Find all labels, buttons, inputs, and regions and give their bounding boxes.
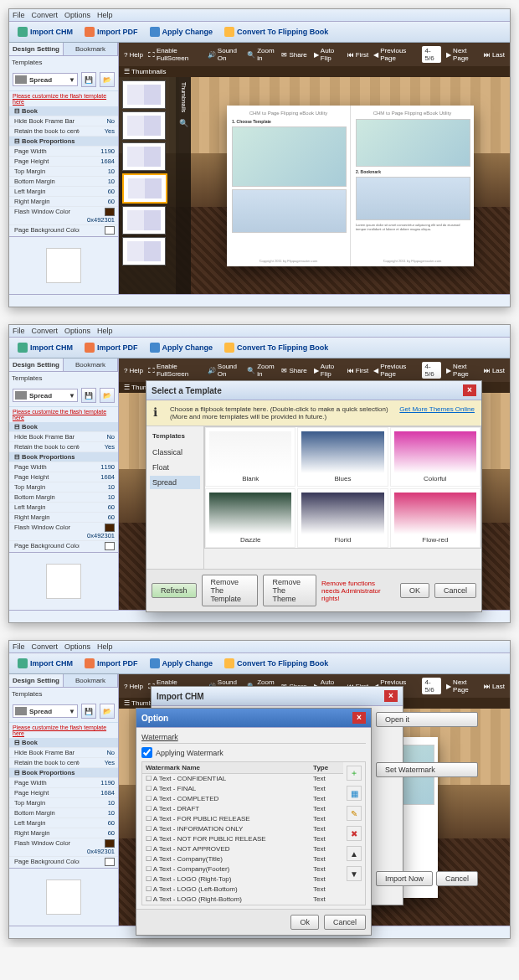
thumbnail-5[interactable] xyxy=(122,206,166,235)
import-now-button[interactable]: Import Now xyxy=(376,871,433,886)
category-classical[interactable]: Classical xyxy=(150,446,200,459)
close-icon[interactable]: × xyxy=(463,384,476,396)
thumbnail-1[interactable] xyxy=(122,80,166,109)
property-row[interactable]: Right Margin60 xyxy=(9,513,118,523)
watermark-row[interactable]: A Text - NOT APPROVEDText xyxy=(142,844,343,854)
property-row[interactable]: ⊟ Book Proportions xyxy=(9,137,118,147)
tab-design-setting[interactable]: Design Setting xyxy=(9,43,64,55)
property-row[interactable]: Bottom Margin10 xyxy=(9,177,118,187)
customize-link[interactable]: Please customize the flash template here xyxy=(9,91,118,106)
watermark-row[interactable]: A Text - LOGO (Right-Bottom)Text xyxy=(142,895,343,905)
template-cell-blues[interactable]: Blues xyxy=(297,427,388,487)
menu-file[interactable]: File xyxy=(13,11,25,19)
property-row[interactable]: ⊟ Book Proportions xyxy=(9,768,118,778)
property-row[interactable]: Hide Book Frame BarNo xyxy=(9,116,118,126)
cancel-button[interactable]: Cancel xyxy=(434,583,476,598)
property-row[interactable]: Page Background Color 0xFFFFFF xyxy=(9,225,118,236)
property-row[interactable]: Retain the book to centerYes xyxy=(9,442,118,452)
category-float[interactable]: Float xyxy=(150,461,200,474)
import-pdf-button[interactable]: Import PDF xyxy=(81,341,141,354)
next-page-button[interactable]: ▶ Next Page xyxy=(446,47,479,62)
share-button[interactable]: ✉ Share xyxy=(281,47,306,62)
get-more-themes-link[interactable]: Get More Themes Online xyxy=(399,405,475,420)
apply-change-button[interactable]: Apply Change xyxy=(146,25,217,39)
property-row[interactable]: Left Margin60 xyxy=(9,503,118,513)
save-template-button[interactable]: 💾 xyxy=(81,72,96,87)
property-row[interactable]: Page Background Color 0xFFFFFF xyxy=(9,857,118,868)
property-row[interactable]: Retain the book to centerYes xyxy=(9,758,118,768)
thumbnail-6[interactable] xyxy=(122,237,166,266)
last-page-button[interactable]: ⏭ Last xyxy=(484,51,505,59)
sound-button[interactable]: 🔊 Sound On xyxy=(208,47,242,62)
search-icon[interactable]: 🔍 xyxy=(179,119,188,127)
thumbnail-4[interactable] xyxy=(122,173,167,204)
convert-button[interactable]: Convert To Flipping Book xyxy=(221,341,331,354)
property-row[interactable]: Hide Book Frame BarNo xyxy=(9,748,118,758)
page-indicator[interactable]: 4-5/6 xyxy=(422,46,442,63)
property-row[interactable]: ⊟ Book xyxy=(9,106,118,116)
refresh-button[interactable]: Refresh xyxy=(152,583,197,598)
watermark-row[interactable]: A Text - Company(Title)Text xyxy=(142,854,343,864)
apply-change-button[interactable]: Apply Change xyxy=(146,341,217,354)
property-row[interactable]: Flash Window Color 0x492301 xyxy=(9,523,118,541)
property-row[interactable]: Page Width1190 xyxy=(9,462,118,472)
applying-watermark-checkbox[interactable]: Applying Watermark xyxy=(141,747,366,758)
open-template-button[interactable]: 📂 xyxy=(100,72,115,87)
watermark-tab[interactable]: Watermark xyxy=(141,733,178,741)
import-chm-button[interactable]: Import CHM xyxy=(14,341,76,354)
thumbnail-2[interactable] xyxy=(122,111,166,140)
property-row[interactable]: Left Margin60 xyxy=(9,818,118,828)
add-icon[interactable]: ＋ xyxy=(347,766,362,781)
watermark-row[interactable]: A Text - COMPLETEDText xyxy=(142,794,343,804)
property-tree[interactable]: ⊟ BookHide Book Frame BarNoRetain the bo… xyxy=(9,106,118,236)
property-row[interactable]: Page Background Color 0xFFFFFF xyxy=(9,541,118,552)
property-row[interactable]: Left Margin60 xyxy=(9,187,118,197)
first-page-button[interactable]: ⏮ First xyxy=(347,51,369,59)
thumbnail-3[interactable] xyxy=(122,142,166,171)
import-pdf-button[interactable]: Import PDF xyxy=(81,25,141,39)
close-icon[interactable]: × xyxy=(352,712,366,724)
cancel-button[interactable]: Cancel xyxy=(324,915,366,930)
property-row[interactable]: Page Height1684 xyxy=(9,788,118,798)
property-row[interactable]: Top Margin10 xyxy=(9,482,118,493)
property-row[interactable]: Page Height1684 xyxy=(9,472,118,482)
close-icon[interactable]: × xyxy=(384,690,398,702)
watermark-row[interactable]: A Text - FINALText xyxy=(142,784,343,794)
thumbnails-toggle[interactable]: ☰ Thumbnails xyxy=(124,68,166,75)
book-spread[interactable]: CHM to Page Flipping eBook Utility 1. Ch… xyxy=(227,106,474,266)
property-row[interactable]: ⊟ Book xyxy=(9,738,118,748)
property-row[interactable]: Flash Window Color 0x492301 xyxy=(9,838,118,857)
tab-bookmark[interactable]: Bookmark xyxy=(64,43,118,55)
property-row[interactable]: Page Width1190 xyxy=(9,147,118,157)
template-selector[interactable]: Spread▼ xyxy=(13,73,78,86)
property-row[interactable]: Top Margin10 xyxy=(9,167,118,177)
watermark-row[interactable]: A Text - INFORMATION ONLYText xyxy=(142,824,343,834)
edit-icon[interactable]: ✎ xyxy=(347,806,362,821)
menu-options[interactable]: Options xyxy=(64,11,90,19)
remove-template-button[interactable]: Remove The Template xyxy=(202,575,259,606)
property-row[interactable]: Flash Window Color 0x492301 xyxy=(9,207,118,225)
ok-button[interactable]: Ok xyxy=(290,915,319,930)
template-cell-dazzle[interactable]: Dazzle xyxy=(205,488,295,548)
move-up-icon[interactable]: ▲ xyxy=(347,846,362,861)
ok-button[interactable]: OK xyxy=(400,583,429,598)
watermark-row[interactable]: A Text - CONFIDENTIALText xyxy=(142,774,343,784)
open-it-button[interactable]: Open it xyxy=(376,712,478,727)
template-cell-colorful[interactable]: Colorful xyxy=(390,427,480,487)
convert-button[interactable]: Convert To Flipping Book xyxy=(221,25,331,39)
property-row[interactable]: Right Margin60 xyxy=(9,197,118,207)
watermark-row[interactable]: A Text - DRAFTText xyxy=(142,804,343,814)
menu-help[interactable]: Help xyxy=(97,11,113,19)
property-row[interactable]: ⊟ Book xyxy=(9,422,118,432)
autoflip-button[interactable]: ▶ Auto Flip xyxy=(314,47,342,62)
thumbnail-strip[interactable] xyxy=(119,77,176,294)
template-cell-blank[interactable]: Blank xyxy=(205,427,295,487)
move-down-icon[interactable]: ▼ xyxy=(347,866,362,881)
cancel-button[interactable]: Cancel xyxy=(436,871,478,886)
set-watermark-button[interactable]: Set Watermark xyxy=(376,762,478,777)
property-row[interactable]: ⊟ Book Proportions xyxy=(9,452,118,462)
fullscreen-button[interactable]: ⛶ Enable FullScreen xyxy=(148,47,203,62)
zoom-button[interactable]: 🔍 Zoom in xyxy=(247,47,276,62)
watermark-row[interactable]: A Text - LOGO (Left-Bottom)Text xyxy=(142,885,343,895)
property-row[interactable]: Hide Book Frame BarNo xyxy=(9,432,118,442)
